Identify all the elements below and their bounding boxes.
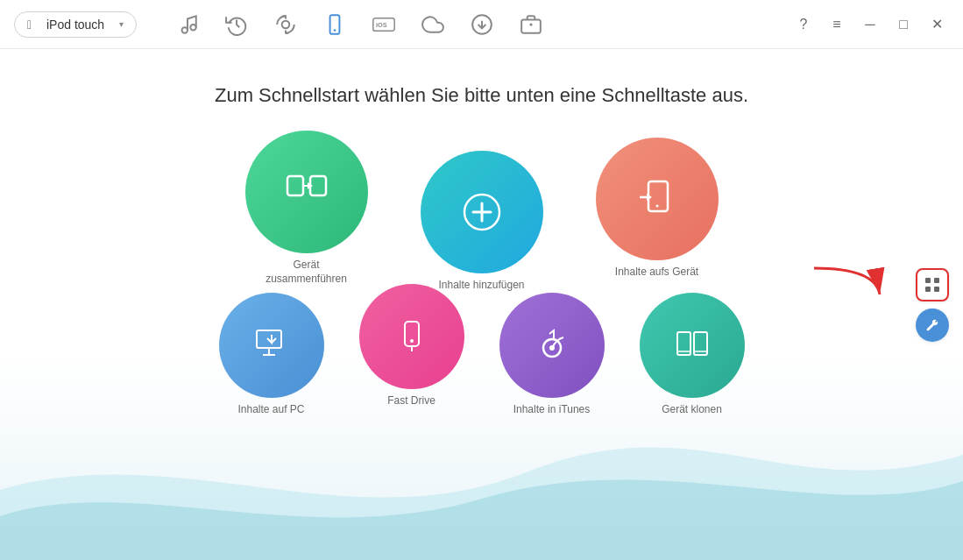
circle-item-to-pc[interactable]: Inhalte auf PC (219, 293, 324, 417)
circle-item-add[interactable]: Inhalte hinzufügen (421, 151, 543, 293)
device-name: iPod touch (46, 18, 104, 32)
circle-to-pc[interactable] (219, 293, 324, 398)
svg-rect-10 (287, 176, 303, 195)
circle-clone[interactable] (640, 293, 745, 398)
close-button[interactable]: ✕ (924, 12, 949, 37)
circle-item-itunes[interactable]: Inhalte in iTunes (499, 293, 605, 417)
circle-item-clone[interactable]: Gerät klonen (640, 293, 745, 417)
window-controls: ? ≡ ─ □ ✕ (791, 12, 949, 37)
menu-button[interactable]: ≡ (825, 12, 849, 37)
headline: Zum Schnellstart wählen Sie bitte unten … (0, 49, 963, 107)
toolbar-history[interactable] (221, 9, 252, 40)
circle-label-to-pc: Inhalte auf PC (237, 403, 304, 417)
side-panel (916, 268, 949, 342)
svg-rect-38 (934, 287, 939, 292)
circle-add[interactable] (421, 151, 543, 273)
toolbar-cloud[interactable] (417, 9, 449, 40)
circles-row-2: Inhalte auf PC Fast Drive (202, 293, 762, 417)
tool-button[interactable] (916, 308, 949, 342)
svg-point-2 (282, 20, 290, 28)
circle-label-merge: Gerätzusammenführen (266, 259, 347, 286)
svg-rect-37 (925, 287, 931, 292)
svg-rect-36 (934, 278, 939, 283)
arrow-indicator (805, 259, 893, 315)
svg-text:iOS: iOS (376, 21, 387, 29)
svg-point-27 (410, 339, 414, 343)
circle-label-fast-drive: Fast Drive (387, 394, 435, 408)
maximize-button[interactable]: □ (891, 12, 916, 37)
toolbar: iOS (172, 9, 791, 40)
circle-item-merge[interactable]: Gerätzusammenführen (245, 131, 368, 286)
minimize-button[interactable]: ─ (858, 12, 882, 37)
circle-label-clone: Gerät klonen (662, 403, 722, 417)
circle-itunes[interactable] (499, 293, 605, 398)
circle-merge[interactable] (245, 131, 368, 253)
titlebar:  iPod touch ▾ (0, 0, 963, 49)
toolbar-ios[interactable]: iOS (368, 9, 400, 40)
svg-point-29 (549, 345, 555, 351)
toolbar-device[interactable] (319, 9, 351, 40)
circles-row-1: Gerätzusammenführen Inhalte hinzufügen (219, 124, 745, 293)
toolbar-sync[interactable] (270, 9, 301, 40)
circle-to-device[interactable] (596, 138, 719, 260)
circle-label-itunes: Inhalte in iTunes (513, 403, 591, 417)
circle-fast-drive[interactable] (359, 284, 464, 389)
main-content: Zum Schnellstart wählen Sie bitte unten … (0, 49, 963, 560)
circle-item-fast-drive[interactable]: Fast Drive (359, 284, 464, 408)
device-selector[interactable]:  iPod touch ▾ (14, 11, 137, 38)
help-button[interactable]: ? (791, 12, 816, 37)
grid-view-button[interactable] (916, 268, 949, 301)
circle-label-to-device: Inhalte aufs Gerät (615, 266, 698, 280)
toolbar-music[interactable] (172, 9, 203, 40)
svg-point-1 (190, 25, 196, 31)
toolbar-toolbox[interactable] (515, 9, 547, 40)
chevron-down-icon: ▾ (119, 19, 124, 29)
svg-rect-35 (925, 278, 931, 283)
svg-point-0 (182, 27, 188, 33)
wave-background (0, 402, 963, 560)
apple-icon:  (27, 18, 32, 32)
toolbar-download[interactable] (466, 9, 498, 40)
circle-item-to-device[interactable]: Inhalte aufs Gerät (596, 138, 719, 280)
